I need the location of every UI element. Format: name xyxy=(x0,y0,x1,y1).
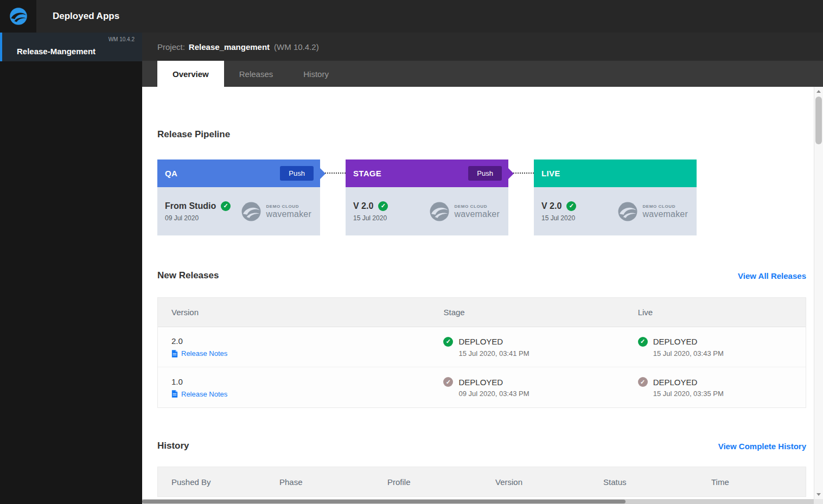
brand-line2: wavemaker xyxy=(642,209,688,219)
new-releases-table-header: Version Stage Live xyxy=(158,298,806,327)
qa-push-button[interactable]: Push xyxy=(280,166,314,181)
column-header-live: Live xyxy=(624,308,806,317)
brand-line2: wavemaker xyxy=(454,209,500,219)
release-notes-link[interactable]: Release Notes xyxy=(171,349,430,358)
view-all-releases-link[interactable]: View All Releases xyxy=(738,271,806,280)
wavemaker-logo-icon xyxy=(9,7,28,26)
qa-stage-version: From Studio xyxy=(165,201,216,211)
sidebar-item-release-management[interactable]: WM 10.4.2 Release-Mangement xyxy=(0,33,142,61)
app-root: Deployed Apps WM 10.4.2 Release-Mangemen… xyxy=(0,0,823,504)
deployed-check-icon: ✓ xyxy=(638,377,648,387)
column-header-profile: Profile xyxy=(374,477,482,487)
sidebar-item-label: Release-Mangement xyxy=(17,47,95,56)
column-header-phase: Phase xyxy=(266,477,374,487)
deployed-check-icon: ✓ xyxy=(443,377,453,387)
wavemaker-logo xyxy=(0,0,36,33)
document-icon xyxy=(171,350,178,358)
brand-line1: DEMO CLOUD xyxy=(454,204,500,209)
column-header-status: Status xyxy=(590,477,698,487)
stage-stage-header: STAGE Push xyxy=(346,160,508,187)
demo-cloud-brand: DEMO CLOUD wavemaker xyxy=(617,201,688,222)
demo-cloud-brand: DEMO CLOUD wavemaker xyxy=(429,201,500,222)
horizontal-scrollbar[interactable] xyxy=(142,499,823,504)
stage-status-time: 09 Jul 2020, 03:43 PM xyxy=(458,390,624,398)
column-header-version: Version xyxy=(482,477,590,487)
pipeline-stage-stage: STAGE Push V 2.0 ✓ 15 Jul 2020 xyxy=(346,160,508,235)
live-stage-name: LIVE xyxy=(541,169,560,178)
release-pipeline-heading: Release Pipeline xyxy=(157,129,806,140)
topbar: Deployed Apps xyxy=(0,0,823,33)
project-name: Release_mangement xyxy=(189,42,270,52)
check-icon: ✓ xyxy=(566,201,576,211)
column-header-pushed-by: Pushed By xyxy=(158,477,266,487)
tab-releases[interactable]: Releases xyxy=(224,61,289,87)
wavemaker-wave-icon xyxy=(617,201,639,222)
vertical-scrollbar-thumb[interactable] xyxy=(815,97,822,144)
stage-stage-name: STAGE xyxy=(353,169,381,178)
brand-line1: DEMO CLOUD xyxy=(642,204,688,209)
live-status: DEPLOYED xyxy=(653,337,698,346)
new-releases-table: Version Stage Live 2.0 xyxy=(157,297,806,408)
pipeline-stage-qa: QA Push From Studio ✓ 09 Jul 2020 xyxy=(157,160,320,235)
sidebar-item-version: WM 10.4.2 xyxy=(109,36,135,42)
qa-stage-header: QA Push xyxy=(157,160,320,187)
tab-history[interactable]: History xyxy=(288,61,344,87)
column-header-version: Version xyxy=(158,308,430,317)
table-row: 2.0 Release Notes xyxy=(158,327,806,367)
qa-stage-body: From Studio ✓ 09 Jul 2020 xyxy=(157,187,320,235)
release-notes-link[interactable]: Release Notes xyxy=(171,390,430,398)
history-heading: History xyxy=(157,441,189,451)
release-notes-label: Release Notes xyxy=(181,349,227,358)
stage-push-button[interactable]: Push xyxy=(468,166,502,181)
live-status: DEPLOYED xyxy=(653,378,698,387)
horizontal-scrollbar-thumb[interactable] xyxy=(142,500,626,503)
brand-line2: wavemaker xyxy=(266,209,311,219)
live-stage-body: V 2.0 ✓ 15 Jul 2020 xyxy=(534,187,697,235)
tab-overview[interactable]: Overview xyxy=(157,61,224,87)
history-table: Pushed By Phase Profile Version Status T… xyxy=(157,467,806,497)
stage-status: DEPLOYED xyxy=(458,378,503,387)
deployed-check-icon: ✓ xyxy=(443,337,453,347)
project-version: (WM 10.4.2) xyxy=(274,42,319,52)
qa-stage-date: 09 Jul 2020 xyxy=(165,214,231,222)
pipeline-stage-live: LIVE V 2.0 ✓ 15 Jul 2020 xyxy=(534,160,697,235)
scroll-up-arrow[interactable] xyxy=(814,87,823,96)
tabbar: Overview Releases History xyxy=(142,61,823,87)
sidebar: WM 10.4.2 Release-Mangement xyxy=(0,33,142,504)
live-status-time: 15 Jul 2020, 03:35 PM xyxy=(653,390,806,398)
stage-status: DEPLOYED xyxy=(458,337,503,346)
check-icon: ✓ xyxy=(221,201,231,211)
history-table-header: Pushed By Phase Profile Version Status T… xyxy=(158,467,806,496)
qa-stage-name: QA xyxy=(165,169,177,178)
release-version: 1.0 xyxy=(171,377,430,386)
view-complete-history-link[interactable]: View Complete History xyxy=(718,442,806,451)
live-stage-header: LIVE xyxy=(534,160,697,187)
stage-stage-version: V 2.0 xyxy=(353,201,373,211)
new-releases-heading: New Releases xyxy=(157,270,219,281)
live-stage-date: 15 Jul 2020 xyxy=(541,214,576,222)
project-header: Project: Release_mangement (WM 10.4.2) xyxy=(142,33,823,61)
wavemaker-wave-icon xyxy=(429,201,450,222)
live-stage-version: V 2.0 xyxy=(541,201,562,211)
main-content: Release Pipeline QA Push Fro xyxy=(142,87,814,499)
scrollbar-corner xyxy=(814,499,823,504)
release-notes-label: Release Notes xyxy=(181,390,227,398)
vertical-scrollbar[interactable] xyxy=(814,87,823,499)
demo-cloud-brand: DEMO CLOUD wavemaker xyxy=(240,201,311,222)
deployed-check-icon: ✓ xyxy=(638,337,648,347)
check-icon: ✓ xyxy=(378,201,388,211)
release-pipeline: QA Push From Studio ✓ 09 Jul 2020 xyxy=(157,160,806,235)
live-status-time: 15 Jul 2020, 03:43 PM xyxy=(653,349,806,358)
column-header-time: Time xyxy=(698,477,806,487)
app-title: Deployed Apps xyxy=(53,11,119,22)
wavemaker-wave-icon xyxy=(240,201,262,222)
scroll-down-arrow[interactable] xyxy=(814,490,823,499)
stage-status-time: 15 Jul 2020, 03:41 PM xyxy=(458,349,624,358)
table-row: 1.0 Release Notes xyxy=(158,367,806,407)
project-prefix: Project: xyxy=(157,42,185,52)
stage-stage-date: 15 Jul 2020 xyxy=(353,214,388,222)
stage-stage-body: V 2.0 ✓ 15 Jul 2020 xyxy=(346,187,508,235)
brand-line1: DEMO CLOUD xyxy=(266,204,311,209)
document-icon xyxy=(171,390,178,398)
release-version: 2.0 xyxy=(171,336,430,346)
